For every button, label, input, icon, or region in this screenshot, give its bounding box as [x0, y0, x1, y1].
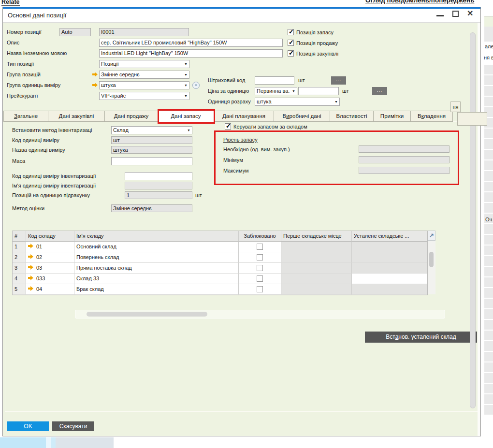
item-group-dropdown[interactable]: Змінне середнє▼ — [99, 71, 189, 79]
horizontal-scrollbar-thumb[interactable] — [87, 312, 207, 317]
first-bin-cell — [281, 284, 352, 295]
set-default-warehouse-button[interactable]: Встанов. усталений склад — [365, 332, 477, 343]
manage-by-warehouse-checkbox[interactable] — [225, 123, 231, 130]
unit-price-field[interactable] — [298, 87, 339, 95]
link-arrow-icon[interactable] — [28, 254, 34, 259]
taskbar-block — [51, 437, 56, 448]
item-number-field: I0001 — [99, 28, 189, 36]
blocked-checkbox[interactable] — [257, 254, 263, 260]
warehouse-name-cell[interactable]: Пряма поставка склад — [74, 263, 239, 274]
background-row — [484, 299, 493, 308]
alerts-overview-link[interactable]: Огляд повідомлень/попереджень — [365, 0, 475, 4]
uom-list-icon[interactable]: ≡ — [192, 82, 200, 89]
blocked-checkbox[interactable] — [257, 265, 263, 271]
blocked-cell[interactable] — [239, 252, 281, 263]
ok-button[interactable]: OK — [7, 421, 49, 431]
stock-item-checkbox[interactable] — [288, 29, 294, 35]
blocked-cell[interactable] — [239, 284, 281, 295]
background-row — [484, 129, 493, 138]
annotation-box-stock-level — [214, 130, 459, 185]
uom-group-dropdown[interactable]: штука▼ — [99, 81, 189, 89]
weight-label: Маса — [12, 158, 25, 164]
link-arrow-icon[interactable] — [28, 275, 34, 280]
table-vertical-scrollbar[interactable] — [428, 241, 435, 294]
count-uom-code-field[interactable] — [125, 172, 192, 180]
tab-3[interactable]: Дані продажу — [105, 111, 158, 122]
warehouse-code-cell[interactable]: 03 — [26, 263, 74, 274]
tab-5[interactable]: Дані планування — [214, 111, 274, 122]
price-list-value: VIP-прайс — [101, 93, 126, 99]
blocked-checkbox[interactable] — [257, 275, 263, 282]
link-arrow-icon[interactable] — [92, 83, 98, 87]
blocked-cell[interactable] — [239, 274, 281, 284]
weight-field[interactable] — [111, 157, 192, 165]
background-row — [484, 384, 493, 393]
chevron-down-icon: ▼ — [187, 129, 190, 132]
blocked-checkbox[interactable] — [257, 244, 263, 250]
price-list-dropdown[interactable]: VIP-прайс▼ — [99, 92, 189, 100]
dialog-title: Основні дані позиції — [8, 12, 66, 19]
sales-item-checkbox[interactable] — [288, 40, 294, 46]
table-scrollbar-thumb[interactable] — [429, 252, 434, 267]
background-row — [484, 150, 493, 159]
barcode-more-button[interactable]: ... — [331, 76, 346, 85]
unit-price-uom-label: шт — [342, 88, 349, 94]
warehouse-code-cell[interactable]: 033 — [26, 274, 74, 284]
inv-method-dropdown[interactable]: Склад▼ — [111, 126, 192, 134]
count-uom-name-field — [125, 182, 192, 189]
table-row: 101Основний склад — [13, 242, 427, 252]
dialog-scrollbar-thumb[interactable] — [470, 32, 476, 408]
warehouse-code-cell[interactable]: 04 — [26, 284, 74, 295]
tab-7[interactable]: Властивості — [330, 111, 374, 122]
column-header[interactable]: Перше складське місце — [281, 231, 352, 242]
warehouse-name-cell[interactable]: Основний склад — [74, 242, 239, 252]
barcode-label: Штриховий код — [208, 77, 245, 84]
warehouse-name-cell[interactable]: Склад 33 — [74, 274, 239, 284]
warehouse-name-cell[interactable]: Брак склад — [74, 284, 239, 295]
column-header[interactable]: # — [13, 231, 26, 242]
column-header[interactable]: Код складу — [26, 231, 74, 242]
warehouse-code-cell[interactable]: 01 — [26, 242, 74, 252]
column-header[interactable]: Усталене складське ... — [352, 231, 427, 242]
column-header[interactable]: Заблоковано — [239, 231, 281, 242]
background-row — [484, 405, 493, 415]
blocked-checkbox[interactable] — [257, 286, 263, 292]
link-arrow-icon[interactable] — [28, 244, 34, 248]
expand-grid-icon[interactable]: ↗ — [428, 231, 435, 241]
currency-dropdown[interactable]: Первинна ва.▼ — [255, 87, 297, 95]
maximize-icon[interactable] — [452, 11, 459, 17]
unit-price-more-button[interactable]: ... — [372, 87, 387, 95]
calc-uom-dropdown[interactable]: штука▼ — [255, 98, 340, 106]
description-field[interactable]: сер. Світильник LED промисловий "HighBay… — [99, 39, 283, 47]
link-arrow-icon[interactable] — [28, 265, 34, 270]
blocked-cell[interactable] — [239, 263, 281, 274]
tab-6[interactable]: Виробничі дані — [274, 111, 330, 122]
link-arrow-icon[interactable] — [92, 72, 98, 77]
minimize-icon[interactable] — [436, 15, 444, 16]
purchase-item-checkbox[interactable] — [288, 50, 294, 57]
tab-2[interactable]: Дані закупівлі — [48, 111, 105, 122]
annotation-box-inventory-tab — [158, 109, 215, 124]
table-row: 202Повернень склад — [13, 252, 427, 263]
item-type-dropdown[interactable]: Позиції▼ — [99, 60, 189, 68]
background-row — [484, 171, 493, 181]
link-arrow-icon[interactable] — [28, 286, 34, 291]
tab-8[interactable]: Примітки — [374, 111, 411, 122]
warehouse-name-cell[interactable]: Повернень склад — [74, 252, 239, 263]
tab-9[interactable]: Вкладення — [411, 111, 453, 122]
foreign-name-field[interactable]: Industrial LED Light "HighBay" 150W — [99, 49, 283, 58]
tab-1[interactable]: Загальне — [3, 111, 48, 122]
default-bin-cell[interactable] — [352, 274, 427, 284]
background-relate-menu[interactable]: Relate — [1, 0, 20, 6]
column-header[interactable]: Ім'я складу — [74, 231, 239, 242]
blocked-cell[interactable] — [239, 242, 281, 252]
background-row — [484, 246, 493, 255]
first-bin-cell — [281, 274, 352, 284]
close-icon[interactable]: ✕ — [467, 9, 473, 18]
cancel-button[interactable]: Скасувати — [52, 421, 94, 431]
horizontal-scrollbar[interactable] — [75, 310, 445, 318]
dialog-title-bar[interactable] — [3, 9, 480, 23]
background-text-fragment: але — [485, 43, 493, 49]
barcode-field[interactable] — [255, 76, 294, 85]
warehouse-code-cell[interactable]: 02 — [26, 252, 74, 263]
